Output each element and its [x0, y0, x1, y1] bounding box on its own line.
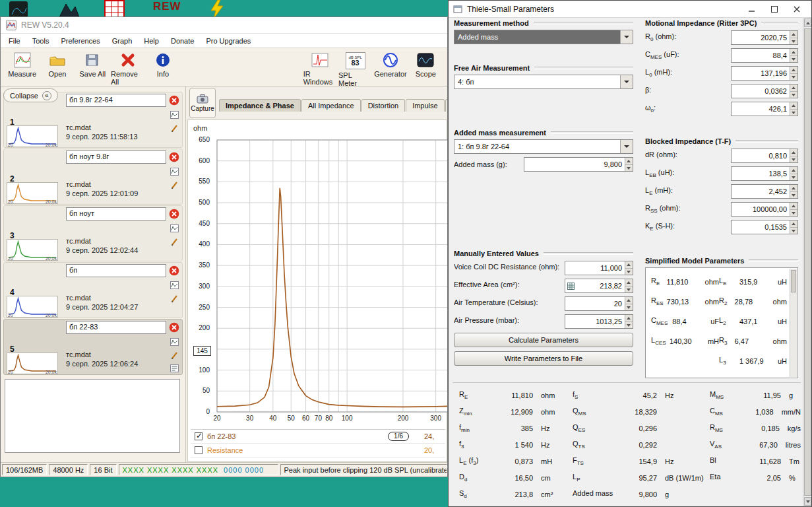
remove-measurement-button[interactable]	[169, 322, 179, 333]
combo-arrow-icon[interactable]	[620, 30, 633, 44]
parameter-field[interactable]: 11,000	[565, 261, 633, 275]
scope-button[interactable]: Scope	[408, 50, 443, 80]
dialog-title-bar[interactable]: Thiele-Small Parameters	[449, 1, 811, 18]
added-mass-field[interactable]: 9,800	[524, 157, 633, 172]
maximize-button[interactable]	[765, 2, 784, 17]
free-air-combo[interactable]: 4: бп	[454, 75, 633, 89]
measurement-name-input[interactable]: бп ноут 9.8г	[66, 151, 166, 164]
parameter-field[interactable]: 0,0362	[731, 84, 798, 98]
measurement-item[interactable]: 4 20 20,0k бп тс.mdat 9 серп. 2025 12:04…	[3, 262, 183, 318]
parameter-field[interactable]: 1013,25	[565, 314, 633, 329]
impedance-plot[interactable]: ohm 050100200250300350400450500550600650…	[187, 119, 447, 462]
spinner[interactable]	[625, 158, 633, 171]
desktop-icon-red-grid-app[interactable]	[104, 0, 125, 17]
measurement-name-input[interactable]: бп 9.8г 22-64	[66, 94, 166, 107]
spinner[interactable]	[625, 279, 633, 292]
info-button[interactable]: Info	[145, 50, 180, 80]
legend-checkbox[interactable]	[195, 432, 203, 440]
dialog-scrollbar[interactable]	[803, 18, 811, 506]
scroll-down-icon[interactable]	[804, 497, 811, 506]
measurement-name-input[interactable]: бп ноут	[66, 207, 166, 220]
pencil-icon[interactable]	[170, 238, 179, 246]
combo-arrow-icon[interactable]	[620, 75, 633, 88]
pencil-icon[interactable]	[170, 294, 179, 302]
notes-icon[interactable]	[170, 364, 179, 372]
write-parameters-button[interactable]: Write Parameters to File	[454, 351, 633, 366]
remove-measurement-button[interactable]	[169, 95, 179, 106]
ir-chart-icon[interactable]	[170, 224, 179, 232]
parameter-field[interactable]: 88,4	[731, 48, 798, 63]
parameter-field[interactable]: 138,5	[731, 166, 798, 181]
menu-item-pro-upgrades[interactable]: Pro Upgrades	[206, 37, 251, 45]
desktop-icon-lightning[interactable]	[210, 0, 224, 17]
legend-label[interactable]: бп 22-83	[207, 432, 383, 440]
spinner[interactable]	[790, 220, 797, 234]
smoothing-control[interactable]: 1/6	[388, 432, 409, 441]
parameter-field[interactable]: 0,810	[731, 149, 798, 163]
pencil-icon[interactable]	[170, 351, 179, 359]
measurement-name-input[interactable]: бп	[66, 264, 166, 277]
measurement-method-combo[interactable]: Added mass	[454, 30, 633, 44]
remove-all-button[interactable]: Remove All	[110, 50, 145, 88]
desktop-icon-mountain-app[interactable]	[58, 0, 80, 17]
close-button[interactable]	[787, 2, 807, 17]
spinner[interactable]	[625, 315, 633, 328]
open-button[interactable]: Open	[40, 50, 75, 80]
parameter-field[interactable]: 100000,00	[731, 202, 798, 217]
spinner[interactable]	[790, 203, 797, 216]
desktop-icon-rew-logo[interactable]: REW	[153, 0, 181, 17]
measurement-name-input[interactable]: бп 22-83	[66, 321, 166, 334]
measurement-thumbnail[interactable]: 20 20,0k	[7, 125, 58, 147]
measurement-thumbnail[interactable]: 20 20,0k	[7, 239, 58, 261]
save-all-button[interactable]: Save All	[75, 50, 110, 80]
ir-windows-button[interactable]: IR Windows	[303, 50, 338, 88]
parameter-field[interactable]: 2020,75	[731, 30, 798, 45]
ir-chart-icon[interactable]	[170, 168, 179, 176]
menu-item-graph[interactable]: Graph	[112, 37, 133, 45]
ir-chart-icon[interactable]	[170, 281, 179, 289]
generator-button[interactable]: Generator	[373, 50, 408, 80]
parameter-field[interactable]: 426,1	[731, 102, 798, 116]
combo-arrow-icon[interactable]	[620, 140, 633, 153]
menu-item-donate[interactable]: Donate	[171, 37, 194, 45]
menu-item-tools[interactable]: Tools	[32, 37, 49, 45]
minimize-button[interactable]	[742, 2, 762, 17]
added-mass-combo[interactable]: 1: бп 9.8г 22-64	[454, 139, 633, 154]
parameter-field[interactable]: 20	[565, 296, 633, 311]
legend-checkbox[interactable]	[195, 446, 203, 454]
scroll-up-icon[interactable]	[804, 18, 811, 27]
desktop-icon-dark-app[interactable]	[9, 0, 29, 17]
measure-button[interactable]: Measure	[5, 50, 40, 80]
remove-measurement-button[interactable]	[169, 265, 179, 276]
spinner[interactable]	[790, 185, 797, 198]
menu-item-preferences[interactable]: Preferences	[61, 37, 100, 45]
spinner[interactable]	[790, 67, 797, 80]
spinner[interactable]	[790, 84, 797, 98]
measurement-item[interactable]: 2 20 20,0k бп ноут 9.8г тс.mdat 9 серп. …	[3, 149, 183, 205]
tab-impulse[interactable]: Impulse	[406, 99, 445, 112]
spinner[interactable]	[625, 261, 633, 275]
parameter-field[interactable]: 213,82	[565, 279, 633, 293]
pencil-icon[interactable]	[170, 181, 179, 189]
measurement-item[interactable]: 5 20 20,0k бп 22-83 тс.mdat 9 серп. 2025…	[3, 319, 183, 375]
notes-panel[interactable]	[5, 379, 180, 453]
spinner[interactable]	[625, 297, 633, 310]
remove-measurement-button[interactable]	[169, 152, 179, 162]
spinner[interactable]	[790, 49, 797, 62]
measurement-thumbnail[interactable]: 20 20,0k	[7, 353, 58, 374]
ir-chart-icon[interactable]	[170, 338, 179, 346]
tab-impedance-phase[interactable]: Impedance & Phase	[219, 99, 301, 112]
tab-all-impedance[interactable]: All Impedance	[301, 99, 361, 112]
spinner[interactable]	[790, 149, 797, 162]
menu-item-help[interactable]: Help	[144, 37, 159, 45]
legend-label[interactable]: Resistance	[207, 446, 420, 454]
remove-measurement-button[interactable]	[169, 209, 179, 219]
rew-title-bar[interactable]: REW V5.20.4	[1, 17, 447, 34]
measurement-thumbnail[interactable]: 20 20,0k	[7, 182, 58, 204]
pencil-icon[interactable]	[170, 124, 179, 132]
capture-button[interactable]: Capture	[189, 88, 216, 118]
scrollbar-thumb[interactable]	[804, 28, 811, 496]
measurement-thumbnail[interactable]: 20 20,0k	[7, 296, 58, 318]
collapse-sidebar-button[interactable]: Collapse «	[3, 88, 58, 102]
calculate-parameters-button[interactable]: Calculate Parameters	[454, 333, 633, 347]
